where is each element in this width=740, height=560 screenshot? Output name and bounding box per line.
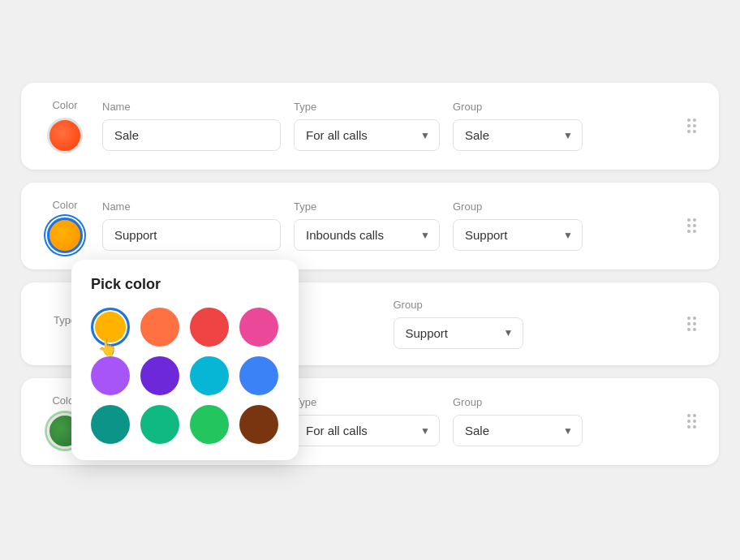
swatch-green-medium[interactable]	[140, 405, 179, 444]
swatch-pink[interactable]	[239, 308, 278, 347]
picker-title: Pick color	[91, 276, 279, 293]
color-grid	[91, 308, 279, 444]
drag-handle-2[interactable]	[684, 215, 699, 236]
name-input-1[interactable]	[102, 119, 281, 151]
color-label-1: Color	[52, 99, 77, 111]
color-picker-popup: Pick color 👆	[71, 260, 299, 460]
swatch-blue[interactable]	[239, 356, 278, 395]
swatch-teal[interactable]	[91, 405, 130, 444]
swatch-purple-light[interactable]	[91, 356, 130, 395]
swatch-green[interactable]	[190, 405, 229, 444]
group-select-2[interactable]: Sale Support Other	[453, 219, 583, 251]
swatch-brown[interactable]	[239, 405, 278, 444]
type-dropdown-1[interactable]: For all calls Inbounds calls Outbounds c…	[294, 119, 440, 151]
group-label-2: Group	[453, 200, 583, 213]
type-dropdown-2[interactable]: For all calls Inbounds calls Outbounds c…	[294, 219, 440, 251]
swatch-yellow-orange[interactable]	[91, 308, 130, 347]
type-label-2: Type	[294, 200, 440, 213]
color-circle-2[interactable]	[47, 218, 83, 253]
drag-handle-4[interactable]	[684, 411, 699, 432]
group-select-3[interactable]: Sale Support	[394, 317, 523, 349]
group-label-4: Group	[453, 396, 583, 408]
group-label-1: Group	[453, 101, 583, 113]
type-label-1: Type	[294, 101, 440, 113]
type-dropdown-4[interactable]: For all calls Inbounds calls ▼	[294, 415, 440, 446]
type-select-1[interactable]: For all calls Inbounds calls Outbounds c…	[294, 119, 440, 151]
drag-handle-3[interactable]	[684, 313, 699, 334]
name-input-2[interactable]	[102, 219, 281, 251]
group-dropdown-4[interactable]: Sale Support ▼	[453, 415, 583, 446]
swatch-red[interactable]	[190, 308, 229, 347]
group-select-4[interactable]: Sale Support	[453, 415, 583, 446]
card-support: Color Name Type For all calls Inbounds c…	[21, 183, 719, 269]
swatch-cyan[interactable]	[190, 356, 229, 395]
group-select-1[interactable]: Sale Support Other	[453, 119, 583, 151]
card-sale: Color Name Type For all calls Inbounds c…	[21, 83, 719, 170]
color-label-2: Color	[52, 199, 77, 211]
group-dropdown-3[interactable]: Sale Support ▼	[394, 317, 523, 349]
swatch-purple-dark[interactable]	[140, 356, 179, 395]
swatch-orange[interactable]	[140, 308, 179, 347]
drag-handle-1[interactable]	[684, 115, 699, 136]
group-dropdown-1[interactable]: Sale Support Other ▼	[453, 119, 583, 151]
color-circle-1[interactable]	[47, 118, 83, 153]
group-label-3: Group	[394, 299, 672, 311]
name-label-1: Name	[102, 101, 281, 113]
type-select-2[interactable]: For all calls Inbounds calls Outbounds c…	[294, 219, 440, 251]
group-dropdown-2[interactable]: Sale Support Other ▼	[453, 219, 583, 251]
name-label-2: Name	[102, 200, 281, 213]
type-select-4[interactable]: For all calls Inbounds calls	[294, 415, 440, 446]
type-label-4: Type	[294, 396, 440, 408]
